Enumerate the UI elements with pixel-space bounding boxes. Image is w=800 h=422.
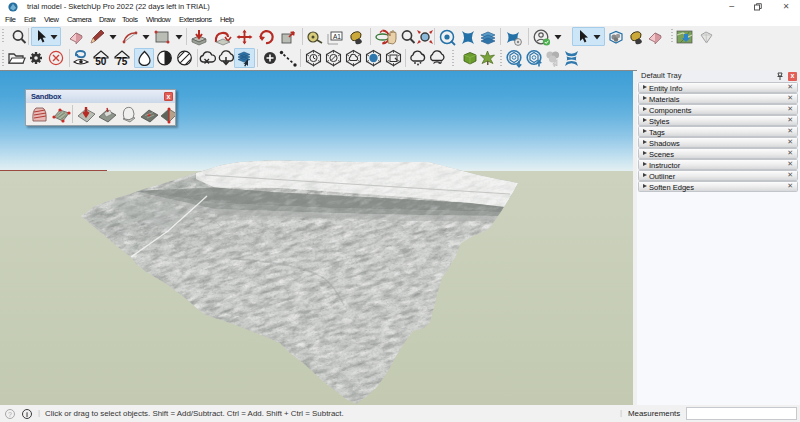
svg-text:50: 50 <box>95 56 107 67</box>
svg-text:75: 75 <box>116 56 128 67</box>
svg-text:A1: A1 <box>333 33 341 40</box>
